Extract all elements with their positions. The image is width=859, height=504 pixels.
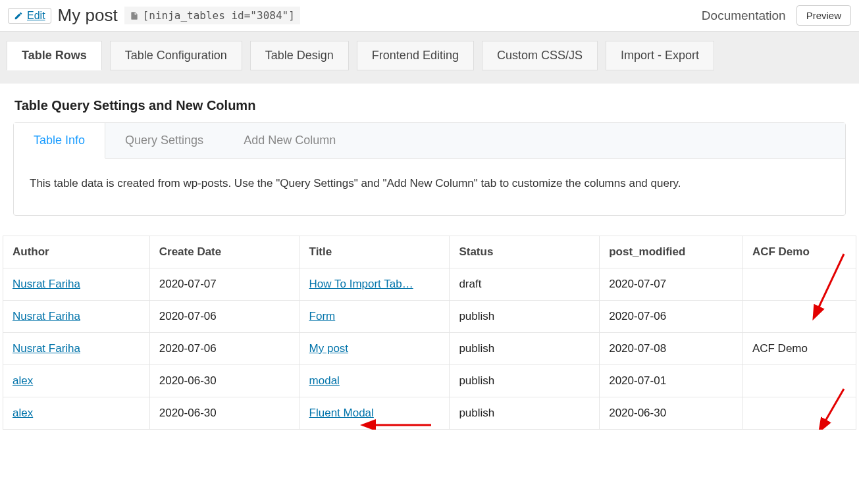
- documentation-link[interactable]: Documentation: [702, 9, 786, 23]
- title-link[interactable]: My post: [309, 342, 349, 355]
- edit-button[interactable]: Edit: [8, 8, 51, 24]
- tab-table-configuration[interactable]: Table Configuration: [110, 41, 242, 70]
- cell-post-modified: 2020-07-08: [600, 333, 743, 365]
- subtab-add-new-column[interactable]: Add New Column: [224, 123, 356, 158]
- subtab-container: Table Info Query Settings Add New Column…: [13, 122, 846, 216]
- cell-create-date: 2020-06-30: [149, 365, 299, 397]
- tab-custom-css-js[interactable]: Custom CSS/JS: [482, 41, 598, 70]
- cell-post-modified: 2020-07-06: [600, 301, 743, 333]
- tab-table-design[interactable]: Table Design: [250, 41, 349, 70]
- main-tab-bar: Table Rows Table Configuration Table Des…: [0, 31, 859, 84]
- table-row: alex2020-06-30modalpublish2020-07-01: [3, 365, 856, 397]
- cell-status: publish: [450, 301, 600, 333]
- th-status[interactable]: Status: [450, 236, 600, 268]
- cell-acf-demo: [742, 397, 856, 430]
- cell-status: publish: [450, 397, 600, 430]
- cell-create-date: 2020-07-07: [149, 268, 299, 301]
- pencil-icon: [14, 11, 23, 20]
- data-table: Author Create Date Title Status post_mod…: [3, 236, 856, 430]
- cell-acf-demo: [742, 365, 856, 397]
- cell-create-date: 2020-06-30: [149, 397, 299, 430]
- cell-post-modified: 2020-07-07: [600, 268, 743, 301]
- title-link[interactable]: How To Import Tab…: [309, 278, 413, 290]
- title-link[interactable]: Form: [309, 310, 336, 322]
- section-title: Table Query Settings and New Column: [0, 84, 859, 122]
- cell-status: draft: [450, 268, 600, 301]
- title-link[interactable]: modal: [309, 374, 340, 387]
- table-row: Nusrat Fariha2020-07-06My postpublish202…: [3, 333, 856, 365]
- shortcode-display[interactable]: [ninja_tables id="3084"]: [124, 7, 300, 24]
- header-bar: Edit My post [ninja_tables id="3084"] Do…: [0, 0, 859, 31]
- author-link[interactable]: Nusrat Fariha: [13, 342, 80, 355]
- author-link[interactable]: alex: [13, 374, 33, 387]
- cell-acf-demo: [742, 268, 856, 301]
- tab-table-rows[interactable]: Table Rows: [7, 41, 102, 70]
- th-post-modified[interactable]: post_modified: [600, 236, 743, 268]
- cell-post-modified: 2020-06-30: [600, 397, 743, 430]
- table-row: Nusrat Fariha2020-07-07How To Import Tab…: [3, 268, 856, 301]
- cell-acf-demo: ACF Demo: [742, 333, 856, 365]
- cell-create-date: 2020-07-06: [149, 301, 299, 333]
- table-header-row: Author Create Date Title Status post_mod…: [3, 236, 856, 268]
- th-author[interactable]: Author: [3, 236, 150, 268]
- document-icon: [130, 11, 139, 21]
- tab-frontend-editing[interactable]: Frontend Editing: [357, 41, 474, 70]
- cell-post-modified: 2020-07-01: [600, 365, 743, 397]
- th-create-date[interactable]: Create Date: [149, 236, 299, 268]
- edit-label: Edit: [27, 10, 45, 22]
- subtab-query-settings[interactable]: Query Settings: [105, 123, 224, 158]
- preview-button[interactable]: Preview: [796, 5, 851, 26]
- table-row: Nusrat Fariha2020-07-06Formpublish2020-0…: [3, 301, 856, 333]
- th-title[interactable]: Title: [299, 236, 450, 268]
- tab-import-export[interactable]: Import - Export: [606, 41, 714, 70]
- subtab-bar: Table Info Query Settings Add New Column: [14, 123, 845, 159]
- author-link[interactable]: Nusrat Fariha: [13, 310, 80, 322]
- subtab-table-info[interactable]: Table Info: [14, 123, 105, 159]
- table-info-text: This table data is created from wp-posts…: [14, 159, 845, 215]
- header-right: Documentation Preview: [702, 5, 851, 26]
- shortcode-text: [ninja_tables id="3084"]: [143, 9, 295, 22]
- table-row: alex2020-06-30Fluent Modalpublish2020-06…: [3, 397, 856, 430]
- author-link[interactable]: alex: [13, 407, 33, 419]
- author-link[interactable]: Nusrat Fariha: [13, 278, 80, 290]
- cell-status: publish: [450, 365, 600, 397]
- cell-acf-demo: [742, 301, 856, 333]
- cell-status: publish: [450, 333, 600, 365]
- th-acf-demo[interactable]: ACF Demo: [742, 236, 856, 268]
- page-title: My post: [58, 5, 118, 26]
- title-link[interactable]: Fluent Modal: [309, 407, 374, 419]
- cell-create-date: 2020-07-06: [149, 333, 299, 365]
